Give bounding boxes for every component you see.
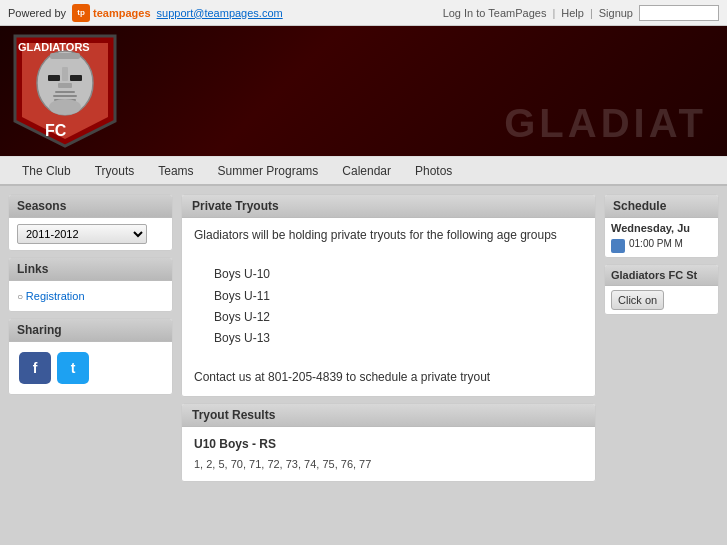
links-section: Links Registration [8, 257, 173, 312]
schedule-title: Schedule [605, 195, 718, 218]
age-group-4: Boys U-13 [214, 328, 583, 349]
sharing-icons: f t [17, 348, 164, 388]
support-email-link[interactable]: support@teampages.com [157, 7, 283, 19]
seasons-section: Seasons 2011-2012 2010-2011 2009-2010 [8, 194, 173, 251]
nav-photos[interactable]: Photos [403, 158, 464, 184]
svg-point-9 [49, 99, 81, 115]
help-link[interactable]: Help [561, 7, 584, 19]
facebook-button[interactable]: f [19, 352, 51, 384]
nav-summer-programs[interactable]: Summer Programs [206, 158, 331, 184]
team-logo: FC GLADIATORS [10, 31, 120, 151]
top-bar: Powered by tp teampages support@teampage… [0, 0, 727, 26]
sharing-title: Sharing [9, 319, 172, 342]
center-content: Private Tryouts Gladiators will be holdi… [181, 194, 596, 537]
gladiators-fc-content: Click on [605, 286, 718, 314]
banner-watermark: GLADIAT [504, 101, 707, 146]
links-content: Registration [9, 281, 172, 311]
schedule-event-time: 01:00 PM M [629, 238, 683, 249]
registration-link[interactable]: Registration [26, 290, 85, 302]
links-title: Links [9, 258, 172, 281]
private-tryouts-title: Private Tryouts [182, 195, 595, 218]
tp-logo-icon: tp [72, 4, 90, 22]
seasons-select[interactable]: 2011-2012 2010-2011 2009-2010 [17, 224, 147, 244]
tryouts-contact: Contact us at 801-205-4839 to schedule a… [194, 368, 583, 387]
twitter-button[interactable]: t [57, 352, 89, 384]
teampages-logo[interactable]: tp teampages [72, 4, 150, 22]
age-group-2: Boys U-11 [214, 286, 583, 307]
gladiators-fc-box: Gladiators FC St Click on [604, 264, 719, 315]
sharing-content: f t [9, 342, 172, 394]
seasons-title: Seasons [9, 195, 172, 218]
seasons-content: 2011-2012 2010-2011 2009-2010 [9, 218, 172, 250]
tryout-results-body: U10 Boys - RS 1, 2, 5, 70, 71, 72, 73, 7… [182, 427, 595, 482]
brand-name: teampages [93, 7, 150, 19]
schedule-content: Wednesday, Ju 01:00 PM M [605, 218, 718, 257]
right-sidebar: Schedule Wednesday, Ju 01:00 PM M Gladia… [604, 194, 719, 537]
svg-text:FC: FC [45, 122, 67, 139]
calendar-event-icon [611, 239, 625, 253]
nav-calendar[interactable]: Calendar [330, 158, 403, 184]
private-tryouts-box: Private Tryouts Gladiators will be holdi… [181, 194, 596, 397]
sep1: | [552, 7, 555, 19]
svg-rect-7 [53, 95, 77, 97]
svg-text:GLADIATORS: GLADIATORS [18, 41, 90, 53]
svg-rect-4 [62, 67, 68, 81]
sep2: | [590, 7, 593, 19]
result-numbers: 1, 2, 5, 70, 71, 72, 73, 74, 75, 76, 77 [194, 456, 583, 474]
svg-rect-6 [55, 91, 75, 93]
top-bar-left: Powered by tp teampages support@teampage… [8, 4, 283, 22]
svg-rect-2 [48, 75, 60, 81]
twitter-icon: t [71, 360, 76, 376]
powered-by-label: Powered by [8, 7, 66, 19]
schedule-day: Wednesday, Ju [611, 222, 712, 234]
gladiators-fc-title: Gladiators FC St [605, 265, 718, 286]
age-group-3: Boys U-12 [214, 307, 583, 328]
main-content: Seasons 2011-2012 2010-2011 2009-2010 Li… [0, 186, 727, 545]
click-on-button[interactable]: Click on [611, 290, 664, 310]
banner: FC GLADIATORS GLADIAT [0, 26, 727, 156]
facebook-icon: f [33, 360, 38, 376]
schedule-event: 01:00 PM M [611, 238, 712, 253]
sharing-section: Sharing f t [8, 318, 173, 395]
svg-rect-1 [50, 53, 80, 59]
links-list: Registration [17, 287, 164, 305]
svg-rect-3 [70, 75, 82, 81]
login-link[interactable]: Log In to TeamPages [443, 7, 547, 19]
tryouts-intro: Gladiators will be holding private tryou… [194, 226, 583, 245]
link-item-registration: Registration [17, 287, 164, 305]
tryout-results-title: Tryout Results [182, 404, 595, 427]
private-tryouts-body: Gladiators will be holding private tryou… [182, 218, 595, 396]
search-input[interactable] [639, 5, 719, 21]
tryout-results-box: Tryout Results U10 Boys - RS 1, 2, 5, 70… [181, 403, 596, 483]
left-sidebar: Seasons 2011-2012 2010-2011 2009-2010 Li… [8, 194, 173, 537]
signup-link[interactable]: Signup [599, 7, 633, 19]
top-bar-right: Log In to TeamPages | Help | Signup [443, 5, 719, 21]
age-groups-list: Boys U-10 Boys U-11 Boys U-12 Boys U-13 [194, 264, 583, 349]
nav-the-club[interactable]: The Club [10, 158, 83, 184]
age-group-1: Boys U-10 [214, 264, 583, 285]
nav-tryouts[interactable]: Tryouts [83, 158, 147, 184]
nav-bar: The Club Tryouts Teams Summer Programs C… [0, 156, 727, 186]
result-group-title: U10 Boys - RS [194, 435, 583, 454]
svg-rect-5 [58, 83, 72, 88]
nav-teams[interactable]: Teams [146, 158, 205, 184]
schedule-box: Schedule Wednesday, Ju 01:00 PM M [604, 194, 719, 258]
